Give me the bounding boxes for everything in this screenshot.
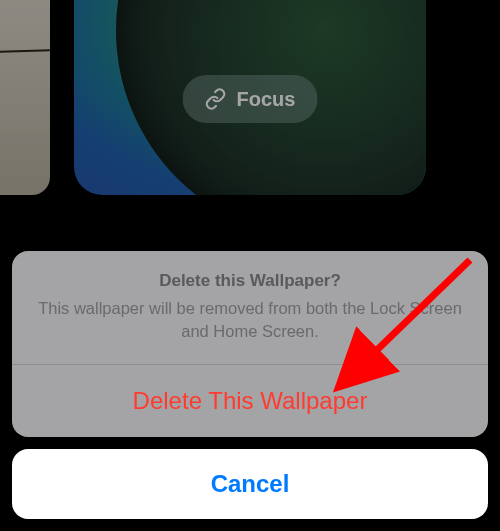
link-icon — [205, 88, 227, 110]
action-sheet-container: Delete this Wallpaper? This wallpaper wi… — [12, 251, 488, 519]
sheet-message: This wallpaper will be removed from both… — [34, 297, 466, 342]
focus-label: Focus — [237, 88, 296, 111]
cancel-button[interactable]: Cancel — [12, 449, 488, 519]
focus-button[interactable]: Focus — [183, 75, 318, 123]
wallpaper-gallery: Focus — [0, 0, 500, 210]
crack-line — [0, 49, 50, 53]
wallpaper-preview-left — [0, 0, 50, 195]
action-sheet: Delete this Wallpaper? This wallpaper wi… — [12, 251, 488, 437]
sheet-header: Delete this Wallpaper? This wallpaper wi… — [12, 251, 488, 364]
sheet-title: Delete this Wallpaper? — [34, 271, 466, 291]
delete-wallpaper-button[interactable]: Delete This Wallpaper — [12, 365, 488, 437]
wallpaper-preview-center: Focus — [74, 0, 426, 195]
